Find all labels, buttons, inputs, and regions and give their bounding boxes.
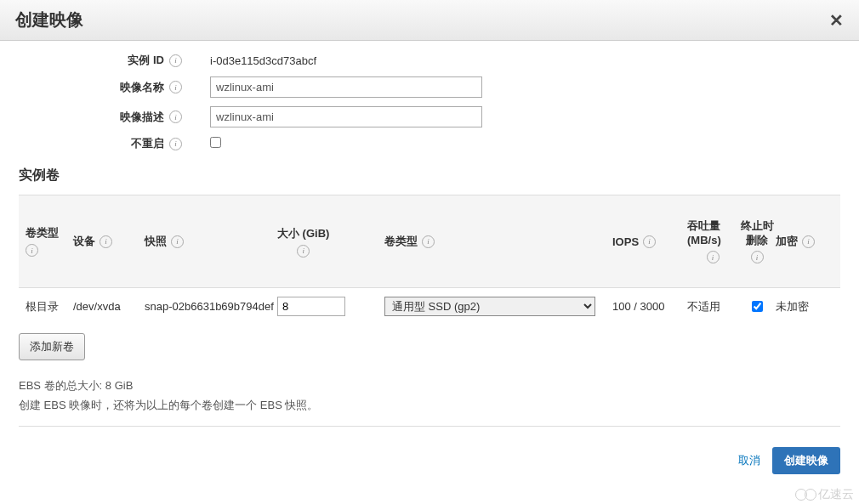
cell-device: /dev/xvda: [73, 300, 145, 313]
delete-on-termination-checkbox[interactable]: [752, 301, 763, 312]
volume-kind-select[interactable]: 通用型 SSD (gp2): [384, 297, 595, 316]
col-head-throughput: 吞吐量 (MB/s): [687, 219, 738, 248]
info-icon[interactable]: i: [100, 235, 112, 248]
no-reboot-checkbox[interactable]: [210, 137, 221, 148]
volume-row: 根目录 /dev/xvda snap-02b6631b69b794def 通用型…: [19, 288, 840, 325]
info-icon[interactable]: i: [169, 81, 182, 93]
info-icon[interactable]: i: [643, 235, 656, 248]
image-name-input[interactable]: [210, 76, 482, 98]
volumes-section-title: 实例卷: [19, 167, 840, 184]
info-icon[interactable]: i: [171, 235, 184, 248]
col-head-voltype: 卷类型: [26, 226, 59, 241]
col-head-device: 设备: [73, 234, 95, 249]
info-icon[interactable]: i: [169, 138, 182, 150]
info-icon[interactable]: i: [26, 244, 38, 257]
info-icon[interactable]: i: [751, 251, 764, 263]
col-head-volkind: 卷类型: [384, 234, 418, 249]
info-icon[interactable]: i: [169, 54, 182, 67]
help-text-snapshot-note: 创建 EBS 映像时，还将为以上的每个卷创建一个 EBS 快照。: [19, 395, 840, 415]
close-icon[interactable]: ✕: [829, 10, 844, 31]
label-image-name: 映像名称 i: [19, 80, 189, 95]
value-instance-id: i-0d3e115d3cd73abcf: [189, 54, 316, 67]
col-head-size: 大小 (GiB): [277, 226, 329, 241]
label-no-reboot: 不重启 i: [19, 136, 189, 151]
info-icon[interactable]: i: [707, 251, 720, 263]
help-text-total-size: EBS 卷的总大小: 8 GiB: [19, 376, 840, 395]
cell-snapshot: snap-02b6631b69b794def: [145, 300, 277, 313]
label-instance-id: 实例 ID i: [19, 53, 189, 68]
info-icon[interactable]: i: [169, 110, 182, 123]
add-volume-button[interactable]: 添加新卷: [19, 333, 85, 360]
col-head-delonterm: 终止时删除: [738, 219, 776, 248]
cancel-button[interactable]: 取消: [738, 453, 760, 468]
image-desc-input[interactable]: [210, 106, 482, 127]
watermark: 亿速云: [795, 487, 854, 502]
col-head-snapshot: 快照: [145, 234, 167, 249]
cell-iops: 100 / 3000: [612, 300, 687, 313]
cell-voltype: 根目录: [26, 299, 73, 314]
cell-encryption: 未加密: [776, 299, 833, 314]
cell-throughput: 不适用: [687, 299, 738, 314]
info-icon[interactable]: i: [802, 235, 815, 248]
col-head-encryption: 加密: [776, 234, 798, 249]
page-title: 创建映像: [15, 8, 83, 31]
col-head-iops: IOPS: [612, 235, 639, 248]
info-icon[interactable]: i: [422, 235, 435, 248]
create-image-button[interactable]: 创建映像: [772, 447, 840, 474]
size-input[interactable]: [277, 297, 345, 316]
label-image-desc: 映像描述 i: [19, 110, 189, 125]
info-icon[interactable]: i: [297, 245, 310, 258]
